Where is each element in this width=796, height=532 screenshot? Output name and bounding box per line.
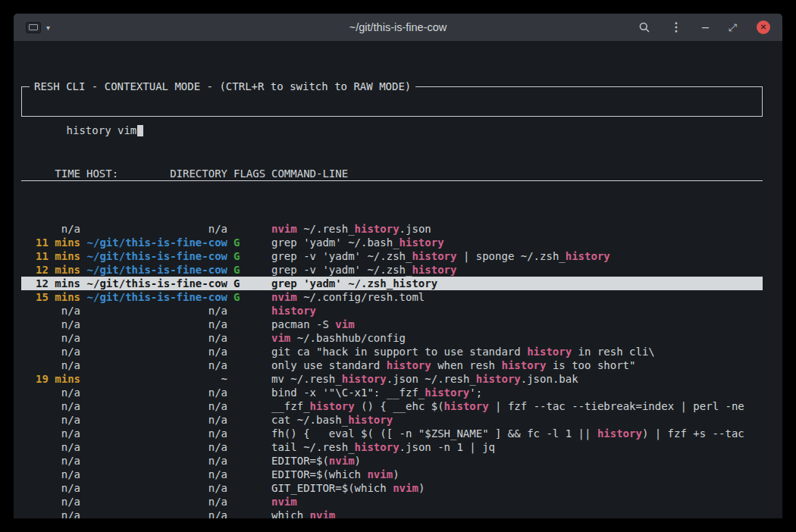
row-flags: [233, 372, 268, 386]
table-row[interactable]: 19 mins~mv ~/.resh_history.json ~/.resh_…: [21, 372, 763, 386]
table-row[interactable]: n/an/awhich nvim: [21, 509, 763, 518]
table-row[interactable]: 11 mins~/git/this-is-fine-cowGgrep -v 'y…: [21, 249, 763, 263]
row-flags: G: [233, 236, 268, 249]
header-command-line: COMMAND-LINE: [271, 167, 763, 180]
table-row[interactable]: n/an/apacman -S vim: [21, 318, 763, 331]
table-row[interactable]: n/an/aEDITOR=$(nvim): [21, 454, 763, 468]
search-query-input[interactable]: history vim: [67, 124, 137, 136]
history-rows: n/an/anvim ~/.resh_history.json11 mins~/…: [21, 222, 763, 518]
row-flags: [233, 386, 268, 399]
row-time: n/a: [21, 358, 80, 372]
table-row[interactable]: n/an/anvim ~/.resh_history.json: [21, 222, 763, 236]
row-command: history: [271, 304, 763, 318]
table-row[interactable]: n/an/anvim: [21, 495, 763, 509]
row-flags: [233, 358, 268, 372]
row-time: n/a: [21, 318, 80, 331]
row-directory: n/a: [86, 495, 227, 509]
table-row[interactable]: 11 mins~/git/this-is-fine-cowGgrep 'yadm…: [21, 236, 763, 249]
row-command: cat ~/.bash_history: [271, 413, 763, 427]
window-title: ~/git/this-is-fine-cow: [349, 21, 447, 33]
row-command: grep -v 'yadm' ~/.zsh_history | sponge ~…: [271, 249, 763, 263]
row-time: n/a: [21, 427, 80, 440]
resh-mode-title: RESH CLI - CONTEXTUAL MODE - (CTRL+R to …: [30, 80, 415, 93]
row-time: n/a: [21, 331, 80, 345]
new-terminal-icon[interactable]: [26, 22, 41, 33]
row-directory: n/a: [86, 427, 227, 440]
row-directory: n/a: [86, 222, 227, 236]
table-header: TIME HOST:DIRECTORY FLAGS COMMAND-LINE: [21, 167, 763, 181]
row-command: GIT_EDITOR=$(which nvim): [271, 481, 763, 495]
row-directory: n/a: [86, 413, 227, 427]
row-flags: [233, 222, 268, 236]
row-flags: G: [233, 263, 268, 277]
text-cursor: [137, 125, 143, 136]
row-time: 12 mins: [21, 263, 80, 277]
table-row[interactable]: 15 mins~/git/this-is-fine-cowGnvim ~/.co…: [21, 290, 763, 304]
row-time: n/a: [21, 495, 80, 509]
table-row[interactable]: n/an/ahistory: [21, 304, 763, 318]
terminal-window: ▾ ~/git/this-is-fine-cow ⋮ – ⤢ ✕ RESH CL…: [14, 14, 782, 518]
row-command: pacman -S vim: [271, 318, 763, 331]
row-command: fh() { eval $( ([ -n "$ZSH_NAME" ] && fc…: [271, 427, 763, 440]
row-directory: n/a: [86, 358, 227, 372]
minimize-button[interactable]: –: [702, 21, 709, 33]
table-row[interactable]: n/an/aGIT_EDITOR=$(which nvim): [21, 481, 763, 495]
header-flags: FLAGS: [233, 167, 268, 180]
row-directory: n/a: [86, 481, 227, 495]
row-command: grep -v 'yadm' ~/.zsh_history: [271, 263, 763, 277]
row-time: n/a: [21, 304, 80, 318]
close-button[interactable]: ✕: [757, 20, 770, 34]
table-row[interactable]: n/an/afh() { eval $( ([ -n "$ZSH_NAME" ]…: [21, 427, 763, 440]
row-command: git ca "hack in support to use standard …: [271, 345, 763, 358]
row-flags: [233, 427, 268, 440]
resh-search-box[interactable]: RESH CLI - CONTEXTUAL MODE - (CTRL+R to …: [21, 86, 763, 117]
row-time: n/a: [21, 509, 80, 518]
row-command: bind -x '"\C-x1": __fzf_history';: [271, 386, 763, 399]
table-row[interactable]: 12 mins~/git/this-is-fine-cowGgrep 'yadm…: [21, 277, 763, 290]
row-directory: n/a: [86, 399, 227, 413]
row-command: nvim ~/.resh_history.json: [271, 222, 763, 236]
row-time: n/a: [21, 468, 80, 481]
table-row[interactable]: n/an/acat ~/.bash_history: [21, 413, 763, 427]
chevron-down-icon[interactable]: ▾: [46, 23, 50, 32]
row-flags: [233, 481, 268, 495]
row-flags: G: [233, 277, 268, 290]
row-flags: [233, 509, 268, 518]
row-time: n/a: [21, 454, 80, 468]
row-time: n/a: [21, 481, 80, 495]
row-directory: n/a: [86, 440, 227, 454]
row-flags: [233, 318, 268, 331]
table-row[interactable]: n/an/aEDITOR=$(which nvim): [21, 468, 763, 481]
row-time: 19 mins: [21, 372, 80, 386]
row-directory: n/a: [86, 509, 227, 518]
table-row[interactable]: n/an/agit ca "hack in support to use sta…: [21, 345, 763, 358]
search-icon[interactable]: [638, 21, 650, 33]
row-directory: n/a: [86, 331, 227, 345]
row-flags: [233, 440, 268, 454]
row-command: vim ~/.bashhub/config: [271, 331, 763, 345]
row-time: n/a: [21, 386, 80, 399]
row-command: __fzf_history () { __ehc $(history | fzf…: [271, 399, 763, 413]
header-time: TIME: [21, 167, 80, 180]
table-row[interactable]: n/an/atail ~/.resh_history.json -n 1 | j…: [21, 440, 763, 454]
row-flags: G: [233, 249, 268, 263]
table-row[interactable]: n/an/abind -x '"\C-x1": __fzf_history';: [21, 386, 763, 399]
row-directory: n/a: [86, 345, 227, 358]
table-row[interactable]: n/an/a__fzf_history () { __ehc $(history…: [21, 399, 763, 413]
row-flags: [233, 468, 268, 481]
row-directory: ~/git/this-is-fine-cow: [86, 249, 227, 263]
row-directory: n/a: [86, 318, 227, 331]
row-time: 11 mins: [21, 236, 80, 249]
row-directory: ~/git/this-is-fine-cow: [86, 236, 227, 249]
maximize-button[interactable]: ⤢: [729, 21, 737, 33]
row-time: n/a: [21, 440, 80, 454]
row-flags: [233, 413, 268, 427]
table-row[interactable]: n/an/avim ~/.bashhub/config: [21, 331, 763, 345]
row-time: 12 mins: [21, 277, 80, 290]
row-directory: n/a: [86, 454, 227, 468]
kebab-menu-icon[interactable]: ⋮: [670, 21, 682, 33]
table-row[interactable]: 12 mins~/git/this-is-fine-cowGgrep -v 'y…: [21, 263, 763, 277]
row-time: 11 mins: [21, 249, 80, 263]
row-command: grep 'yadm' ~/.zsh_history: [271, 277, 763, 290]
table-row[interactable]: n/an/aonly use standard history when res…: [21, 358, 763, 372]
